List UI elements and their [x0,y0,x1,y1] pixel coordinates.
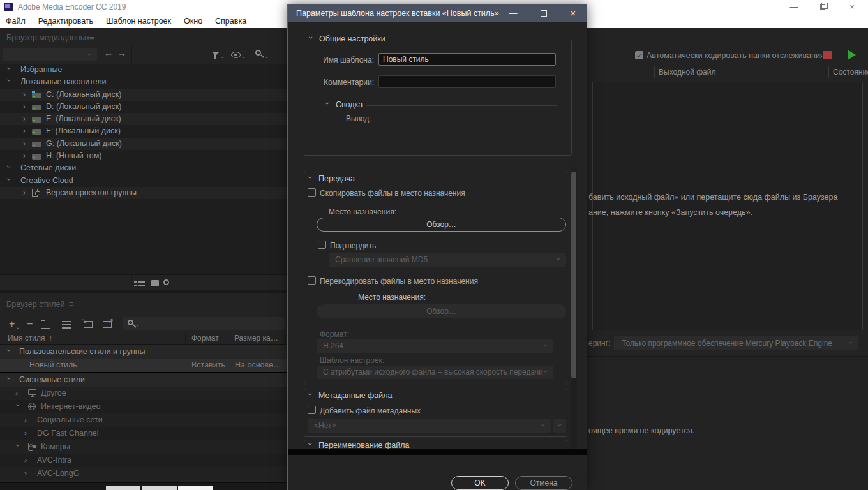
window-restore-button[interactable] [818,1,829,13]
zoom-slider-knob[interactable] [163,279,169,285]
column-format[interactable]: Формат [191,334,219,343]
chevron-down-icon[interactable]: › [5,377,13,382]
tree-item[interactable]: ›E: (Локальный диск) [0,113,287,125]
verify-checkbox[interactable] [318,241,326,249]
general-settings-header[interactable]: ›Общие настройки [304,34,389,43]
metadata-dropdown[interactable]: <Нет> › [308,419,551,433]
metadata-extra-dropdown[interactable]: › [553,419,566,433]
preset-name-input[interactable]: Новый стиль [378,53,556,66]
preset-row[interactable]: ›Социальные сети [0,413,287,427]
menu-item-редактировать[interactable]: Редактировать [32,17,100,26]
transcode-checkbox[interactable] [308,276,316,285]
metadata-header[interactable]: ›Метаданные файла [308,391,393,400]
comments-input[interactable] [378,75,556,88]
cancel-button[interactable]: Отмена [515,476,572,490]
format-dropdown[interactable]: H.264 › [317,339,553,353]
chevron-right-icon[interactable]: › [24,456,29,464]
chevron-down-icon[interactable]: › [5,178,13,183]
tree-item[interactable]: ›Версии проектов группы [0,187,287,199]
dialog-titlebar[interactable]: Параметры шаблона настроек вставки «Новы… [288,4,587,22]
preset-row[interactable]: ›AVC-LongG [0,467,287,480]
chevron-down-icon[interactable]: › [5,79,13,84]
ok-button[interactable]: OK [451,476,509,490]
chevron-down-icon[interactable]: › [5,67,13,72]
preset-row[interactable]: ›Камеры [0,440,287,454]
column-output-file[interactable]: Выходной файл [659,68,716,77]
chevron-right-icon[interactable]: › [23,127,28,135]
browse2-button[interactable]: Обзор… [317,304,566,318]
export-preset-icon[interactable] [103,321,112,328]
column-name[interactable]: Имя стиля [8,334,45,343]
preset-row[interactable]: ›Интернет-видео [0,400,287,413]
auto-encode-checkbox[interactable]: ✓ [635,51,643,59]
tree-item[interactable]: ›H: (Новый том) [0,150,287,162]
chevron-right-icon[interactable]: › [23,189,28,197]
chevron-right-icon[interactable]: › [23,103,28,110]
preset-row[interactable]: ›AVC-Intra [0,454,287,467]
list-view-icon[interactable] [134,280,145,287]
column-frame-size[interactable]: Размер ка… [234,334,278,343]
tree-item[interactable]: ›D: (Локальный диск) [0,101,287,113]
chevron-right-icon[interactable]: › [24,470,29,477]
preset-settings-icon[interactable] [62,321,71,329]
preset-row[interactable]: ›DG Fast Channel [0,427,287,440]
view-eye-icon[interactable] [231,52,241,58]
dialog-scrollbar[interactable] [571,167,577,449]
filter-icon[interactable] [212,52,220,56]
dialog-minimize-button[interactable]: — [507,8,519,19]
preset-search-input[interactable]: › [123,317,285,330]
dialog-maximize-button[interactable] [538,8,550,19]
chevron-right-icon[interactable]: › [23,91,28,98]
renderer-dropdown[interactable]: Только программное обеспечение Mercury P… [614,336,858,350]
chevron-right-icon[interactable]: › [24,416,29,424]
chevron-down-icon[interactable]: › [14,404,22,409]
add-metadata-checkbox[interactable] [308,406,316,414]
window-close-button[interactable]: × [846,1,858,13]
zoom-slider-track[interactable] [172,283,225,283]
start-queue-button[interactable] [848,50,856,60]
chevron-down-icon[interactable]: › [14,444,22,449]
tree-item[interactable]: ›Локальные накопители [0,76,287,88]
dialog-close-button[interactable]: × [567,8,579,19]
scrollbar-thumb[interactable] [571,172,576,378]
tree-item[interactable]: ›Creative Cloud [0,175,287,187]
tree-item[interactable]: ›Избранные [0,64,287,76]
chevron-right-icon[interactable]: › [23,152,28,160]
new-group-icon[interactable] [41,322,50,329]
remove-preset-button[interactable]: − [27,318,33,330]
menu-item-окно[interactable]: Окно [177,17,209,26]
import-preset-icon[interactable] [84,321,93,328]
panel-menu-icon[interactable]: ≡ [69,299,74,309]
copy-files-checkbox[interactable] [308,188,316,197]
transfer-header[interactable]: ›Передача [308,174,355,183]
stop-queue-button[interactable] [823,51,832,59]
menu-item-файл[interactable]: Файл [0,17,32,26]
preset-row-selected[interactable]: Новый стильВставитьНа основе… [0,359,287,372]
chevron-right-icon[interactable]: › [23,140,28,147]
media-path-dropdown[interactable]: › [3,48,97,61]
tree-item[interactable]: ›F: (Локальный диск) [0,125,287,137]
verify-method-dropdown[interactable]: Сравнение значений MD5 › [329,253,566,267]
preset-group-row[interactable]: ›Системные стили [0,373,287,387]
back-arrow-icon[interactable]: ← [104,48,113,58]
rename-header[interactable]: ›Переименование файла [308,441,409,450]
tree-item[interactable]: ›C: (Локальный диск) [0,89,287,101]
tree-item[interactable]: ›Сетевые диски [0,162,287,174]
column-status[interactable]: Состояние [833,68,868,77]
forward-arrow-icon[interactable]: → [117,48,126,58]
tree-item[interactable]: ›G: (Локальный диск) [0,138,287,150]
panel-menu-icon[interactable]: ≡ [89,33,94,42]
chevron-right-icon[interactable]: › [15,389,20,397]
chevron-right-icon[interactable]: › [24,429,29,437]
menu-item-шаблон-настроек[interactable]: Шаблон настроек [100,17,177,26]
queue-drop-area[interactable] [592,82,863,330]
chevron-down-icon[interactable]: › [5,349,13,354]
browse-button[interactable]: Обзор… [317,218,566,232]
preset-row[interactable]: ›Другое [0,387,287,400]
search-icon[interactable] [255,50,261,56]
menu-item-справка[interactable]: Справка [209,17,253,26]
summary-header[interactable]: ›Сводка [325,100,363,109]
chevron-down-icon[interactable]: › [5,165,13,170]
chevron-right-icon[interactable]: › [23,115,28,122]
thumbnail-view-icon[interactable] [151,280,159,286]
